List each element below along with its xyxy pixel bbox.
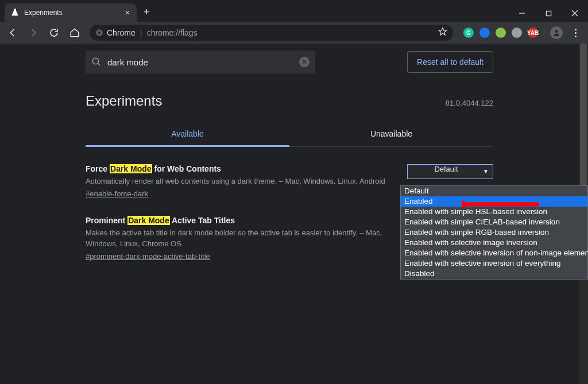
ext-blue[interactable] (479, 28, 490, 38)
dropdown-option[interactable]: Disabled (401, 269, 587, 279)
back-button[interactable] (3, 24, 22, 42)
ext-globe[interactable] (512, 28, 522, 38)
browser-toolbar: Chrome | chrome://flags GYAB (0, 22, 588, 44)
svg-point-5 (98, 32, 101, 34)
svg-point-6 (555, 30, 558, 33)
search-input[interactable] (107, 57, 293, 67)
flag-hash-link[interactable]: #enable-force-dark (86, 189, 148, 198)
chrome-scheme-icon: Chrome (95, 28, 136, 37)
extension-separator (544, 28, 544, 38)
flag-title: Force Dark Mode for Web Contents (86, 164, 396, 173)
ext-grammarly[interactable]: G (463, 28, 474, 38)
svg-line-8 (98, 63, 100, 65)
profile-avatar[interactable] (550, 26, 563, 39)
new-tab-button[interactable]: + (144, 6, 150, 18)
maximize-button[interactable] (535, 5, 562, 22)
address-bar[interactable]: Chrome | chrome://flags (90, 25, 453, 41)
dropdown-option[interactable]: Enabled with selective inversion of non-… (401, 248, 587, 258)
forward-button[interactable] (24, 24, 42, 42)
clear-search-icon[interactable]: ✕ (299, 57, 310, 67)
ext-yab[interactable]: YAB (528, 28, 538, 38)
browser-tab[interactable]: Experiments × (5, 3, 137, 22)
tab-close-icon[interactable]: × (123, 8, 132, 17)
tabs-row: Available Unavailable (86, 122, 493, 147)
ext-idm[interactable] (496, 28, 506, 38)
search-row: ✕ Reset all to default (86, 51, 493, 73)
minimize-button[interactable] (509, 5, 535, 22)
tab-unavailable[interactable]: Unavailable (289, 122, 493, 146)
bookmark-star-icon[interactable] (438, 27, 447, 38)
search-icon (91, 57, 102, 67)
annotation-arrow (462, 199, 542, 210)
flag-description: Makes the active tab title in dark mode … (86, 227, 396, 250)
dropdown-option[interactable]: Enabled with simple CIELAB-based inversi… (401, 217, 587, 227)
close-window-button[interactable] (562, 5, 588, 22)
dropdown-option[interactable]: Enabled with selective inversion of ever… (401, 258, 587, 269)
reset-all-button[interactable]: Reset all to default (407, 51, 493, 73)
reload-button[interactable] (45, 24, 63, 42)
home-button[interactable] (65, 24, 84, 42)
svg-rect-1 (546, 11, 551, 15)
tab-title: Experiments (24, 9, 118, 17)
dropdown-option[interactable]: Enabled with simple RGB-based inversion (401, 227, 587, 238)
flag-description: Automatically render all web contents us… (86, 176, 396, 187)
tab-available[interactable]: Available (86, 122, 289, 147)
omnibox-separator: | (140, 28, 142, 38)
dropdown-option[interactable]: Enabled with selective image inversion (401, 238, 587, 248)
scrollbar-thumb[interactable] (580, 44, 587, 204)
search-box[interactable]: ✕ (86, 51, 315, 73)
flag-select[interactable]: Default (407, 164, 493, 179)
flag-title: Prominent Dark Mode Active Tab Titles (86, 216, 396, 225)
window-controls (509, 5, 588, 22)
omnibox-url: chrome://flags (147, 28, 198, 37)
window-titlebar: Experiments × + (0, 0, 588, 22)
flag-hash-link[interactable]: #prominent-dark-mode-active-tab-title (86, 252, 210, 261)
browser-menu-button[interactable] (568, 29, 582, 37)
flask-icon (10, 8, 20, 17)
omnibox-scheme-label: Chrome (107, 28, 136, 37)
extensions-row: GYAB (459, 26, 585, 39)
dropdown-option[interactable]: Default (401, 186, 587, 196)
svg-point-7 (92, 58, 99, 64)
